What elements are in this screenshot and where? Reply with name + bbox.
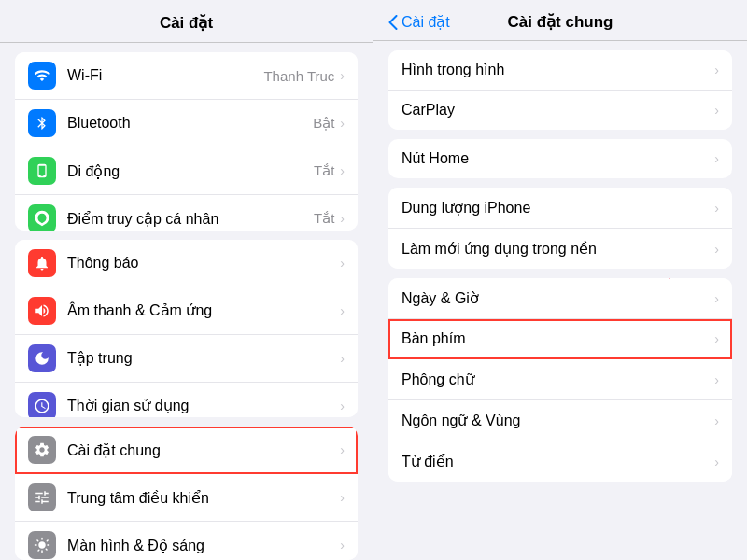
ban-phim-item[interactable]: Bàn phím › [388, 319, 732, 359]
hotspot-item[interactable]: Điểm truy cập cá nhân Tắt › [15, 195, 358, 231]
control-label: Trung tâm điều khiển [67, 489, 340, 507]
dung-luong-chevron: › [714, 201, 719, 216]
screentime-chevron: › [340, 399, 345, 413]
general-icon [28, 436, 56, 464]
control-icon [28, 483, 56, 511]
screentime-icon [28, 392, 56, 418]
hotspot-icon [28, 204, 56, 231]
nut-home-item[interactable]: Nút Home › [388, 139, 732, 178]
ngay-gio-chevron: › [714, 291, 719, 306]
screentime-label: Thời gian sử dụng [67, 397, 340, 414]
nut-home-label: Nút Home [402, 150, 714, 167]
notification-chevron: › [340, 256, 345, 271]
carplay-label: CarPlay [402, 102, 714, 119]
bluetooth-value: Bật [313, 115, 334, 132]
wifi-value: Thanh Truc [263, 68, 334, 84]
right-content: Hình trong hình › CarPlay › Nút Home › D… [374, 41, 747, 560]
display-item[interactable]: Màn hình & Độ sáng › [15, 522, 358, 560]
lam-moi-item[interactable]: Làm mới ứng dụng trong nền › [388, 229, 732, 269]
right-title: Cài đặt chung [508, 12, 613, 32]
phong-chu-chevron: › [714, 372, 719, 387]
tu-dien-item[interactable]: Từ điển › [388, 441, 732, 482]
left-title: Cài đặt [160, 14, 213, 32]
focus-icon [28, 344, 56, 372]
wifi-chevron: › [340, 68, 345, 83]
bluetooth-item[interactable]: Bluetooth Bật › [15, 100, 358, 147]
carplay-item[interactable]: CarPlay › [388, 91, 732, 130]
general-item[interactable]: Cài đặt chung › [15, 427, 358, 474]
sound-chevron: › [340, 303, 345, 318]
bluetooth-label: Bluetooth [67, 115, 313, 132]
hinh-trong-hinh-item[interactable]: Hình trong hình › [388, 50, 732, 91]
dung-luong-label: Dung lượng iPhone [402, 199, 714, 217]
mobile-item[interactable]: Di động Tắt › [15, 147, 358, 195]
focus-item[interactable]: Tập trung › [15, 335, 358, 383]
wifi-icon [28, 62, 56, 90]
display-label: Màn hình & Độ sáng [67, 537, 340, 554]
ngon-ngu-chevron: › [714, 413, 719, 428]
bluetooth-icon [28, 109, 56, 137]
left-group-2: Thông báo › Âm thanh & Cảm ứng › Tập tru… [15, 240, 358, 418]
notification-item[interactable]: Thông báo › [15, 240, 358, 287]
back-label: Cài đặt [402, 13, 450, 31]
carplay-chevron: › [714, 103, 719, 118]
right-group-2: Nút Home › [388, 139, 732, 178]
dung-luong-item[interactable]: Dung lượng iPhone › [388, 188, 732, 229]
hinh-trong-hinh-chevron: › [714, 63, 719, 77]
right-group-4: Ngày & Giờ › Bàn phím › Phông chữ › Ngôn… [388, 278, 732, 482]
general-label: Cài đặt chung [67, 441, 340, 459]
focus-label: Tập trung [67, 349, 340, 367]
mobile-value: Tắt [314, 162, 334, 179]
ban-phim-chevron: › [714, 331, 719, 346]
control-item[interactable]: Trung tâm điều khiển › [15, 474, 358, 522]
notification-label: Thông báo [67, 255, 340, 272]
back-button[interactable]: Cài đặt [388, 13, 450, 31]
nut-home-chevron: › [714, 151, 719, 166]
hotspot-label: Điểm truy cập cá nhân [67, 210, 314, 228]
lam-moi-chevron: › [714, 242, 719, 257]
screentime-item[interactable]: Thời gian sử dụng › [15, 383, 358, 418]
control-chevron: › [340, 490, 345, 505]
tu-dien-chevron: › [714, 455, 719, 469]
mobile-icon [28, 157, 56, 185]
right-header: Cài đặt Cài đặt chung [374, 0, 747, 41]
mobile-label: Di động [67, 162, 314, 180]
hotspot-chevron: › [340, 211, 345, 226]
bluetooth-chevron: › [340, 116, 345, 131]
right-panel: Cài đặt Cài đặt chung Hình trong hình › … [374, 0, 747, 560]
ngon-ngu-label: Ngôn ngữ & Vùng [402, 412, 714, 429]
notification-icon [28, 249, 56, 277]
phong-chu-label: Phông chữ [402, 371, 714, 388]
phong-chu-item[interactable]: Phông chữ › [388, 359, 732, 400]
wifi-label: Wi-Fi [67, 67, 263, 84]
hinh-trong-hinh-label: Hình trong hình [402, 62, 714, 78]
left-header: Cài đặt [0, 0, 373, 43]
ngay-gio-label: Ngày & Giờ [402, 289, 714, 307]
mobile-chevron: › [340, 163, 345, 178]
ban-phim-label: Bàn phím [402, 330, 714, 347]
focus-chevron: › [340, 351, 345, 366]
display-icon [28, 531, 56, 559]
sound-label: Âm thanh & Cảm ứng [67, 301, 340, 319]
general-chevron: › [340, 442, 345, 457]
left-group-1: Wi-Fi Thanh Truc › Bluetooth Bật › Di độ… [15, 52, 358, 231]
hotspot-value: Tắt [314, 210, 334, 227]
wifi-item[interactable]: Wi-Fi Thanh Truc › [15, 52, 358, 100]
ngay-gio-item[interactable]: Ngày & Giờ › [388, 278, 732, 319]
right-group-3: Dung lượng iPhone › Làm mới ứng dụng tro… [388, 188, 732, 269]
sound-item[interactable]: Âm thanh & Cảm ứng › [15, 287, 358, 335]
sound-icon [28, 297, 56, 325]
left-group-3: Cài đặt chung › Trung tâm điều khiển › M… [15, 427, 358, 560]
display-chevron: › [340, 538, 345, 553]
lam-moi-label: Làm mới ứng dụng trong nền [402, 240, 714, 258]
left-panel: Cài đặt Wi-Fi Thanh Truc › Bluetooth Bật… [0, 0, 374, 560]
ngon-ngu-item[interactable]: Ngôn ngữ & Vùng › [388, 400, 732, 441]
tu-dien-label: Từ điển [402, 453, 714, 470]
right-group-1: Hình trong hình › CarPlay › [388, 50, 732, 130]
